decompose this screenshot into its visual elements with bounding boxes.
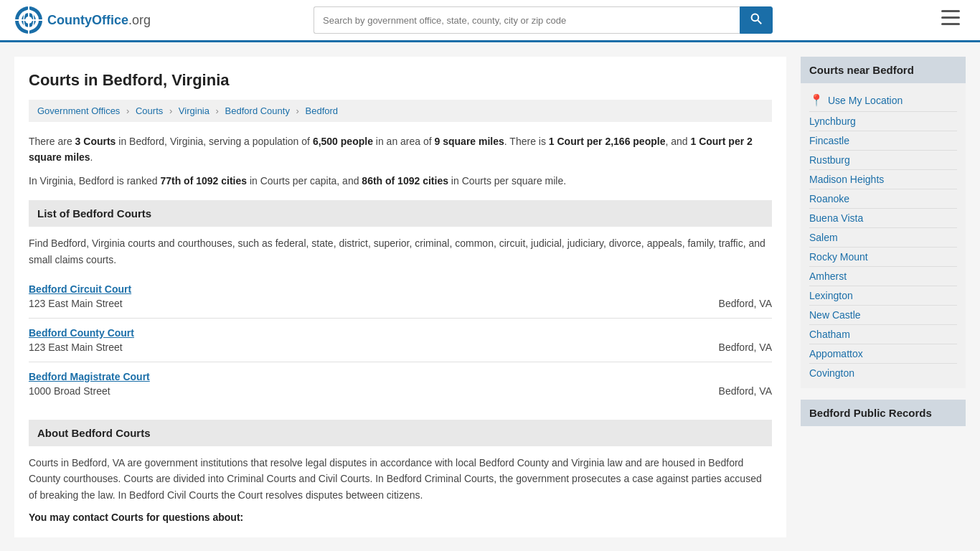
nearby-city-link[interactable]: Chatham bbox=[809, 325, 957, 344]
courts-near-content: 📍 Use My Location LynchburgFincastleRust… bbox=[801, 83, 966, 388]
nearby-city-link[interactable]: Appomattox bbox=[809, 344, 957, 364]
sidebar: Courts near Bedford 📍 Use My Location Ly… bbox=[801, 57, 966, 537]
court-entry: Bedford Circuit Court 123 East Main Stre… bbox=[29, 275, 772, 319]
main-content: Courts in Bedford, Virginia Government O… bbox=[14, 57, 786, 537]
breadcrumb-link-bedford-county[interactable]: Bedford County bbox=[225, 105, 290, 116]
nearby-city-link[interactable]: Buena Vista bbox=[809, 209, 957, 228]
list-section-header: List of Bedford Courts bbox=[29, 200, 772, 227]
court-details: 1000 Broad Street Bedford, VA bbox=[29, 385, 772, 397]
logo-icon bbox=[14, 6, 43, 34]
svg-rect-10 bbox=[941, 17, 960, 19]
logo-text: CountyOffice.org bbox=[47, 13, 151, 28]
breadcrumb-link-courts[interactable]: Courts bbox=[136, 105, 163, 116]
nearby-city-link[interactable]: New Castle bbox=[809, 306, 957, 325]
court-details: 123 East Main Street Bedford, VA bbox=[29, 298, 772, 309]
search-area bbox=[314, 6, 773, 34]
court-city-state: Bedford, VA bbox=[719, 298, 772, 309]
courts-near-header: Courts near Bedford bbox=[801, 57, 966, 83]
court-address: 123 East Main Street bbox=[29, 342, 123, 353]
courts-list: Bedford Circuit Court 123 East Main Stre… bbox=[29, 275, 772, 405]
svg-rect-11 bbox=[941, 23, 960, 25]
breadcrumb: Government Offices › Courts › Virginia ›… bbox=[29, 100, 772, 122]
breadcrumb-link-virginia[interactable]: Virginia bbox=[179, 105, 209, 116]
nearby-city-link[interactable]: Lexington bbox=[809, 286, 957, 306]
court-city-state: Bedford, VA bbox=[719, 342, 772, 353]
court-entry: Bedford Magistrate Court 1000 Broad Stre… bbox=[29, 362, 772, 405]
court-name[interactable]: Bedford County Court bbox=[29, 327, 772, 339]
nearby-links-list: LynchburgFincastleRustburgMadison Height… bbox=[809, 112, 957, 382]
nearby-city-link[interactable]: Amherst bbox=[809, 267, 957, 286]
nearby-city-link[interactable]: Roanoke bbox=[809, 189, 957, 209]
nearby-city-link[interactable]: Covington bbox=[809, 364, 957, 382]
description-text: There are 3 Courts in Bedford, Virginia,… bbox=[29, 133, 772, 166]
nearby-city-link[interactable]: Rustburg bbox=[809, 151, 957, 170]
use-my-location-link[interactable]: 📍 Use My Location bbox=[809, 89, 957, 112]
list-description: Find Bedford, Virginia courts and courth… bbox=[29, 235, 772, 268]
nearby-city-link[interactable]: Fincastle bbox=[809, 131, 957, 151]
page-title: Courts in Bedford, Virginia bbox=[29, 71, 772, 90]
court-address: 1000 Broad Street bbox=[29, 385, 110, 397]
nearby-city-link[interactable]: Rocky Mount bbox=[809, 248, 957, 267]
breadcrumb-link-bedford[interactable]: Bedford bbox=[306, 105, 339, 116]
nearby-city-link[interactable]: Lynchburg bbox=[809, 112, 957, 131]
content-wrapper: Courts in Bedford, Virginia Government O… bbox=[0, 42, 980, 551]
search-button[interactable] bbox=[740, 6, 773, 34]
svg-line-8 bbox=[758, 20, 761, 24]
court-name[interactable]: Bedford Circuit Court bbox=[29, 283, 772, 295]
breadcrumb-link-gov[interactable]: Government Offices bbox=[37, 105, 120, 116]
ranking-text: In Virginia, Bedford is ranked 77th of 1… bbox=[29, 173, 772, 189]
about-text: Courts in Bedford, VA are government ins… bbox=[29, 455, 772, 503]
contact-label: You may contact Courts for questions abo… bbox=[29, 512, 772, 523]
court-address: 123 East Main Street bbox=[29, 298, 123, 309]
about-section-header: About Bedford Courts bbox=[29, 420, 772, 446]
about-section: About Bedford Courts Courts in Bedford, … bbox=[29, 420, 772, 523]
search-input[interactable] bbox=[314, 6, 740, 34]
public-records-box: Bedford Public Records bbox=[801, 400, 966, 426]
nearby-city-link[interactable]: Salem bbox=[809, 228, 957, 248]
court-name[interactable]: Bedford Magistrate Court bbox=[29, 371, 772, 382]
court-city-state: Bedford, VA bbox=[719, 385, 772, 397]
nearby-city-link[interactable]: Madison Heights bbox=[809, 170, 957, 189]
site-header: CountyOffice.org bbox=[0, 0, 980, 42]
courts-near-box: Courts near Bedford 📍 Use My Location Ly… bbox=[801, 57, 966, 388]
court-details: 123 East Main Street Bedford, VA bbox=[29, 342, 772, 353]
public-records-header: Bedford Public Records bbox=[801, 400, 966, 426]
logo-area: CountyOffice.org bbox=[14, 6, 151, 34]
svg-point-7 bbox=[752, 14, 759, 22]
court-entry: Bedford County Court 123 East Main Stree… bbox=[29, 319, 772, 362]
location-pin-icon: 📍 bbox=[809, 93, 824, 107]
menu-button[interactable] bbox=[936, 7, 966, 33]
svg-rect-9 bbox=[941, 10, 960, 12]
